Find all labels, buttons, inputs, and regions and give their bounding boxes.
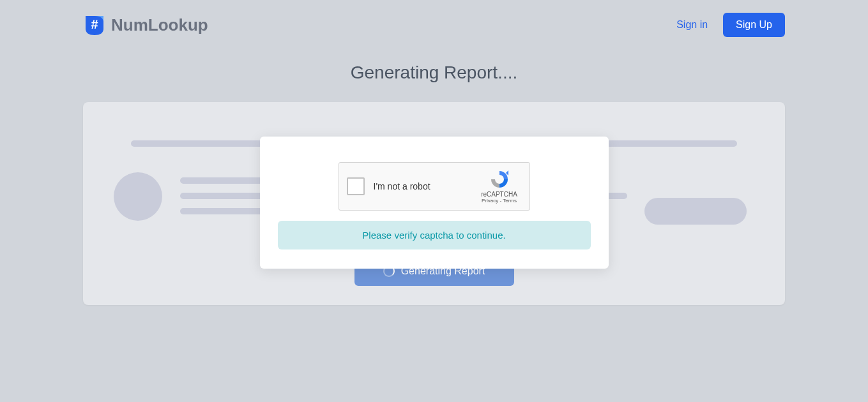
placeholder-pill (644, 198, 747, 225)
recaptcha-terms-link[interactable]: Terms (503, 198, 517, 204)
recaptcha-privacy-link[interactable]: Privacy (482, 198, 498, 204)
sign-in-link[interactable]: Sign in (676, 19, 708, 31)
recaptcha-branding: reCAPTCHA Privacy - Terms (477, 169, 522, 204)
page-title: Generating Report.... (0, 63, 868, 83)
logo[interactable]: # NumLookup (83, 13, 208, 36)
recaptcha-widget: I'm not a robot reCAPTCHA Privacy - Term… (339, 162, 530, 211)
recaptcha-logo-icon (489, 169, 510, 190)
recaptcha-brand-text: reCAPTCHA (477, 191, 522, 198)
captcha-modal: I'm not a robot reCAPTCHA Privacy - Term… (260, 137, 609, 269)
sign-up-button[interactable]: Sign Up (723, 13, 785, 37)
captcha-alert: Please verify captcha to continue. (278, 221, 591, 249)
logo-icon: # (83, 13, 106, 36)
nav-buttons: Sign in Sign Up (676, 13, 785, 37)
svg-text:#: # (91, 17, 98, 31)
recaptcha-checkbox[interactable] (347, 177, 365, 195)
brand-name: NumLookup (111, 15, 208, 35)
header: # NumLookup Sign in Sign Up (0, 0, 868, 50)
recaptcha-links: Privacy - Terms (477, 198, 522, 204)
recaptcha-label: I'm not a robot (374, 181, 477, 191)
avatar-placeholder (114, 172, 162, 221)
